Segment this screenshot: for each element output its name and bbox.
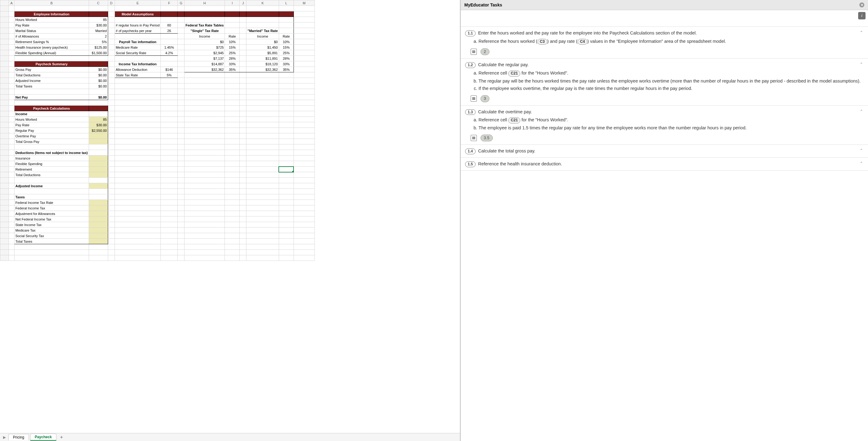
cell-K17[interactable]	[246, 95, 279, 100]
cell-J5[interactable]	[240, 28, 246, 34]
cell-E17[interactable]	[115, 95, 160, 100]
cell-B30[interactable]: Retirement	[14, 167, 89, 172]
cell-L29[interactable]	[279, 161, 293, 167]
col-header[interactable]: K	[246, 0, 279, 6]
cell-F24[interactable]	[161, 133, 178, 139]
cell-E6[interactable]	[115, 34, 160, 39]
cell-I4[interactable]	[225, 23, 240, 28]
cell-G25[interactable]	[178, 139, 185, 145]
cell-E12[interactable]: Allowance Deduction	[115, 67, 160, 72]
cell-H13[interactable]	[185, 72, 225, 78]
cell-I18[interactable]	[225, 100, 240, 106]
cell-F28[interactable]	[161, 156, 178, 161]
cell-L27[interactable]	[279, 150, 293, 156]
cell-D41[interactable]	[108, 228, 115, 233]
cell-L1[interactable]	[279, 6, 293, 11]
cell-I11[interactable]: 33%	[225, 61, 240, 67]
cell-A6[interactable]	[9, 34, 14, 39]
col-header[interactable]: A	[9, 0, 14, 6]
cell-H43[interactable]	[185, 239, 225, 244]
cell-L9[interactable]: 25%	[279, 50, 293, 56]
cell-F17[interactable]	[161, 95, 178, 100]
cell-G7[interactable]	[178, 39, 185, 45]
cell-K44[interactable]	[246, 244, 279, 250]
cell-B15[interactable]: Total Taxes	[14, 84, 89, 89]
cell-F44[interactable]	[161, 244, 178, 250]
cell-J28[interactable]	[240, 156, 246, 161]
cell-M19[interactable]	[293, 106, 314, 111]
cell-L13[interactable]	[279, 72, 293, 78]
cell-H8[interactable]: $725	[185, 45, 225, 50]
cell-B37[interactable]: Federal Income Tax	[14, 206, 89, 211]
cell-C8[interactable]: $125.00	[89, 45, 108, 50]
cell-K32[interactable]	[246, 178, 279, 183]
cell-B38[interactable]: Adjustment for Allowances	[14, 211, 89, 217]
cell-L11[interactable]: 33%	[279, 61, 293, 67]
cell-C14[interactable]: $0.00	[89, 78, 108, 84]
cell-E35[interactable]	[115, 194, 160, 200]
cell-K45[interactable]	[246, 250, 279, 255]
cell-H15[interactable]	[185, 84, 225, 89]
cell-E11[interactable]: Income Tax Information	[115, 61, 160, 67]
cell-E45[interactable]	[115, 250, 160, 255]
cell-D12[interactable]	[108, 67, 115, 72]
cell-H7[interactable]: $0	[185, 39, 225, 45]
col-header[interactable]: I	[225, 0, 240, 6]
cell-A12[interactable]	[9, 67, 14, 72]
cell-E30[interactable]	[115, 167, 160, 172]
cell-H18[interactable]	[185, 100, 225, 106]
cell-B27[interactable]: Deductions (Items not subject to income …	[14, 150, 89, 156]
cell-M22[interactable]	[293, 122, 314, 128]
cell-M34[interactable]	[293, 189, 314, 194]
cell-B11[interactable]: Paycheck Summary	[14, 61, 89, 67]
cell-C33[interactable]	[89, 183, 108, 189]
cell-H38[interactable]	[185, 211, 225, 217]
cell-M38[interactable]	[293, 211, 314, 217]
cell-F38[interactable]	[161, 211, 178, 217]
cell-K21[interactable]	[246, 117, 279, 122]
cell-D31[interactable]	[108, 172, 115, 178]
cell-F33[interactable]	[161, 183, 178, 189]
cell-M42[interactable]	[293, 233, 314, 239]
cell-J13[interactable]	[240, 72, 246, 78]
cell-D1[interactable]	[108, 6, 115, 11]
cell-E24[interactable]	[115, 133, 160, 139]
cell-H1[interactable]	[185, 6, 225, 11]
cell-I24[interactable]	[225, 133, 240, 139]
cell-E10[interactable]	[115, 56, 160, 61]
cell-C28[interactable]	[89, 156, 108, 161]
cell-B2[interactable]: Employee Information	[14, 11, 89, 17]
cell-M43[interactable]	[293, 239, 314, 244]
collapse-icon[interactable]: ⌃	[857, 62, 863, 67]
cell-L8[interactable]: 15%	[279, 45, 293, 50]
cell-E41[interactable]	[115, 228, 160, 233]
cell-A34[interactable]	[9, 189, 14, 194]
cell-C9[interactable]: $1,500.00	[89, 50, 108, 56]
cell-H40[interactable]	[185, 222, 225, 228]
cell-F25[interactable]	[161, 139, 178, 145]
cell-F22[interactable]	[161, 122, 178, 128]
cell-L30[interactable]	[279, 167, 293, 172]
cell-E16[interactable]	[115, 89, 160, 95]
cell-A30[interactable]	[9, 167, 14, 172]
cell-K13[interactable]	[246, 72, 279, 78]
cell-D6[interactable]	[108, 34, 115, 39]
cell-L41[interactable]	[279, 228, 293, 233]
cell-D19[interactable]	[108, 106, 115, 111]
cell-A28[interactable]	[9, 156, 14, 161]
cell-M20[interactable]	[293, 111, 314, 117]
cell-A31[interactable]	[9, 172, 14, 178]
cell-M28[interactable]	[293, 156, 314, 161]
cell-I13[interactable]	[225, 72, 240, 78]
cell-H17[interactable]	[185, 95, 225, 100]
cell-B9[interactable]: Flexible Spending (Annual)	[14, 50, 89, 56]
cell-A13[interactable]	[9, 72, 14, 78]
cell-E23[interactable]	[115, 128, 160, 133]
cell-I42[interactable]	[225, 233, 240, 239]
cell-L46[interactable]	[279, 255, 293, 261]
cell-L21[interactable]	[279, 117, 293, 122]
cell-D15[interactable]	[108, 84, 115, 89]
cell-F8[interactable]: 1.45%	[161, 45, 178, 50]
cell-B18[interactable]	[14, 100, 89, 106]
cell-H41[interactable]	[185, 228, 225, 233]
